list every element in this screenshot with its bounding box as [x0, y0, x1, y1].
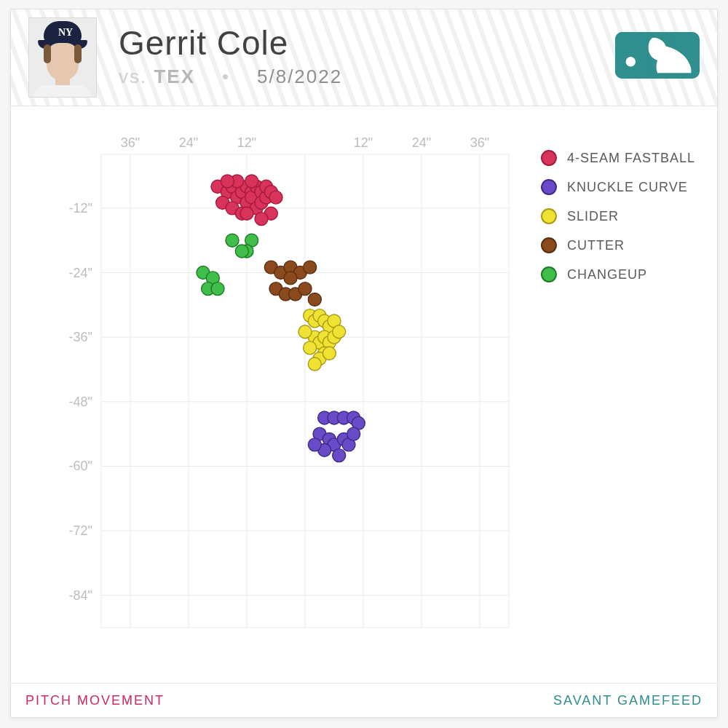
pitch-point: [211, 282, 224, 296]
svg-text:-36": -36": [69, 330, 92, 344]
mlb-logo-icon: [615, 31, 700, 79]
pitch-point: [298, 282, 312, 296]
legend-swatch: [541, 266, 557, 282]
svg-text:12": 12": [237, 135, 256, 150]
pitch-point: [245, 175, 258, 188]
matchup-line: vs. TEX • 5/8/2022: [119, 66, 342, 88]
pitch-point: [221, 175, 234, 188]
legend-item: CHANGEUP: [541, 266, 695, 282]
player-name: Gerrit Cole: [119, 23, 342, 63]
pitch-point: [323, 347, 336, 360]
opponent: TEX: [154, 66, 195, 87]
svg-text:-84": -84": [69, 588, 92, 603]
svg-text:36": 36": [121, 135, 140, 150]
legend-label: SLIDER: [567, 209, 619, 224]
legend-item: KNUCKLE CURVE: [541, 179, 695, 195]
pitch-point: [298, 325, 312, 339]
vs-label: vs.: [119, 66, 147, 87]
legend-label: KNUCKLE CURVE: [567, 180, 688, 195]
legend-swatch: [541, 179, 557, 195]
svg-text:-48": -48": [69, 395, 92, 409]
footer-source: SAVANT GAMEFEED: [553, 693, 703, 708]
pitch-point: [308, 438, 321, 451]
pitch-point: [235, 245, 248, 258]
legend-label: CHANGEUP: [567, 267, 647, 282]
svg-text:-72": -72": [69, 523, 92, 538]
pitch-point: [226, 234, 239, 247]
header-content: NY Gerrit Cole vs. TEX • 5/8/2022: [11, 9, 717, 106]
legend-swatch: [541, 208, 557, 224]
cap-logo: NY: [58, 27, 73, 39]
footer: PITCH MOVEMENT SAVANT GAMEFEED: [11, 683, 717, 717]
pitch-point: [255, 213, 268, 226]
pitch-movement-chart: 36"24"12"12"24"36"-12"-24"-36"-48"-60"-7…: [28, 132, 538, 671]
header: NY Gerrit Cole vs. TEX • 5/8/2022: [11, 9, 717, 106]
svg-text:24": 24": [412, 135, 431, 150]
legend-swatch: [541, 150, 557, 166]
svg-text:-12": -12": [69, 201, 92, 215]
svg-text:12": 12": [354, 135, 373, 150]
footer-title: PITCH MOVEMENT: [25, 693, 165, 708]
legend-item: 4-SEAM FASTBALL: [541, 150, 695, 166]
svg-text:-60": -60": [69, 459, 92, 473]
legend-label: CUTTER: [567, 238, 625, 253]
pitch-point: [304, 341, 317, 355]
player-headshot: NY: [28, 17, 97, 98]
game-date: 5/8/2022: [257, 66, 342, 87]
pitch-point: [308, 357, 321, 371]
pitch-point: [284, 272, 297, 285]
chart-area: 36"24"12"12"24"36"-12"-24"-36"-48"-60"-7…: [11, 106, 717, 683]
pitch-point: [240, 207, 253, 220]
legend: 4-SEAM FASTBALLKNUCKLE CURVESLIDERCUTTER…: [541, 150, 695, 296]
separator: •: [222, 66, 230, 87]
pitch-point: [308, 293, 321, 306]
title-block: Gerrit Cole vs. TEX • 5/8/2022: [119, 23, 342, 88]
pitch-point: [347, 427, 360, 440]
legend-swatch: [541, 237, 557, 253]
gamefeed-card: NY Gerrit Cole vs. TEX • 5/8/2022: [10, 9, 718, 718]
svg-text:24": 24": [179, 135, 198, 150]
legend-item: SLIDER: [541, 208, 695, 224]
svg-point-5: [626, 57, 636, 67]
svg-text:-24": -24": [69, 266, 92, 280]
legend-item: CUTTER: [541, 237, 695, 253]
svg-text:36": 36": [470, 135, 489, 150]
pitch-point: [333, 325, 346, 339]
pitch-point: [304, 261, 317, 274]
legend-label: 4-SEAM FASTBALL: [567, 151, 695, 166]
pitch-point: [269, 191, 282, 204]
svg-rect-4: [615, 32, 647, 79]
pitch-point: [333, 449, 346, 462]
